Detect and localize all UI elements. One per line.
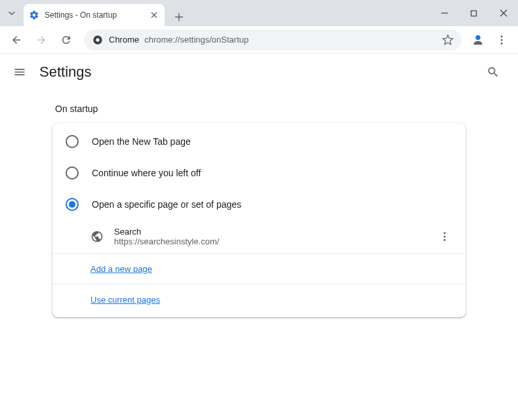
svg-point-8 [444, 236, 446, 238]
close-icon[interactable] [149, 10, 159, 20]
radio-option-specific-pages[interactable]: Open a specific page or set of pages [52, 189, 466, 220]
chrome-icon [92, 34, 104, 46]
omnibox-scheme-label: Chrome [109, 35, 139, 45]
svg-point-5 [501, 39, 503, 41]
startup-page-title: Search [114, 227, 426, 237]
svg-point-2 [96, 38, 99, 41]
tabs-dropdown-button[interactable] [0, 0, 24, 26]
svg-point-9 [444, 239, 446, 241]
content-area: On startup Open the New Tab page Continu… [0, 90, 518, 330]
browser-tab[interactable]: Settings - On startup [24, 4, 165, 26]
svg-point-4 [501, 35, 503, 37]
omnibox-url: chrome://settings/onStartup [144, 35, 437, 45]
add-page-row: Add a new page [52, 254, 466, 284]
radio-icon [66, 166, 79, 180]
svg-rect-0 [471, 10, 477, 16]
reload-button[interactable] [55, 29, 77, 51]
gear-icon [29, 10, 39, 20]
page-title: Settings [39, 64, 92, 81]
use-current-link[interactable]: Use current pages [90, 295, 160, 305]
section-title: On startup [52, 104, 466, 114]
radio-icon [66, 135, 79, 148]
profile-button[interactable] [468, 30, 488, 50]
titlebar: Settings - On startup [0, 0, 518, 26]
bookmark-star-icon[interactable] [442, 34, 454, 46]
kebab-menu-button[interactable] [490, 29, 513, 51]
tab-title: Settings - On startup [45, 10, 144, 20]
hamburger-menu-button[interactable] [13, 66, 26, 79]
startup-page-row: Search https://searchesinstyle.com/ [52, 220, 466, 254]
forward-button[interactable] [30, 29, 52, 51]
maximize-button[interactable] [459, 0, 488, 26]
omnibox[interactable]: Chrome chrome://settings/onStartup [84, 29, 462, 50]
radio-label: Continue where you left off [92, 168, 201, 178]
back-button[interactable] [5, 29, 28, 51]
settings-header: Settings [0, 54, 518, 90]
page-kebab-menu[interactable] [437, 229, 452, 244]
startup-page-url: https://searchesinstyle.com/ [114, 237, 426, 246]
svg-point-6 [501, 42, 503, 44]
radio-label: Open the New Tab page [92, 136, 191, 147]
radio-icon [66, 198, 79, 211]
radio-label: Open a specific page or set of pages [92, 199, 241, 210]
search-button[interactable] [481, 60, 505, 84]
settings-card: Open the New Tab page Continue where you… [52, 123, 466, 317]
globe-icon [90, 230, 104, 243]
use-current-row: Use current pages [52, 284, 466, 315]
radio-option-continue[interactable]: Continue where you left off [52, 157, 466, 189]
svg-point-7 [444, 232, 446, 234]
toolbar: Chrome chrome://settings/onStartup [0, 26, 518, 54]
radio-option-new-tab[interactable]: Open the New Tab page [52, 126, 466, 157]
new-tab-button[interactable] [170, 8, 188, 26]
add-page-link[interactable]: Add a new page [90, 264, 152, 274]
close-window-button[interactable] [488, 0, 518, 26]
svg-point-3 [475, 35, 480, 39]
minimize-button[interactable] [429, 0, 459, 26]
window-controls [429, 0, 518, 26]
